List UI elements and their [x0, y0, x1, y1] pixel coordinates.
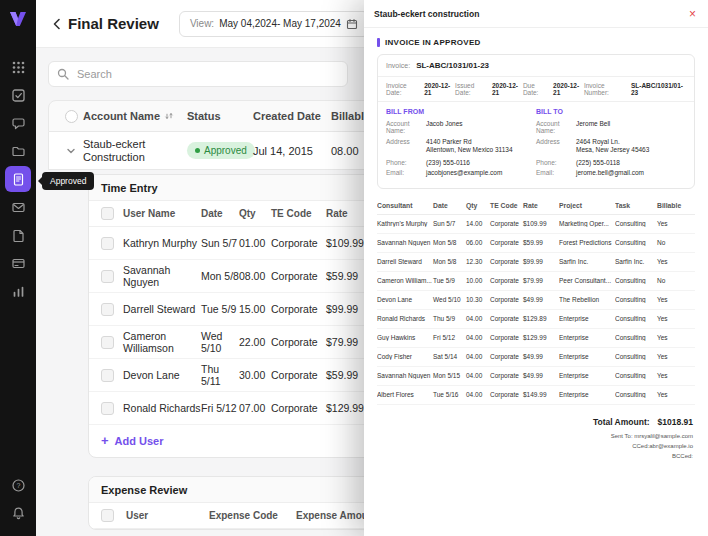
- consultant-row: Darrell StewardMon 5/812.30Corporate$99.…: [377, 253, 695, 272]
- accent-bar: [377, 38, 380, 47]
- view-date-range-selector[interactable]: View: May 04,2024- May 17,2024: [179, 11, 369, 37]
- sidebar-item-messages[interactable]: [5, 110, 31, 136]
- status-badge: Approved: [187, 142, 255, 159]
- column-expense-code[interactable]: Expense Code: [209, 510, 296, 521]
- time-entry-select-all-checkbox[interactable]: [101, 207, 114, 220]
- consultant-row: Devon LaneWed 5/1010.30Corporate$49.99Th…: [377, 291, 695, 310]
- sidebar-item-mail[interactable]: [5, 194, 31, 220]
- search-input[interactable]: [75, 67, 339, 81]
- column-te-code: TE Code: [490, 202, 523, 209]
- plus-icon: +: [101, 436, 109, 446]
- cell-qty: 04.00: [466, 372, 490, 379]
- search-bar[interactable]: [48, 61, 348, 87]
- cell-project: Marketing Oper...: [559, 220, 615, 227]
- cell-task: Consulting: [615, 372, 657, 379]
- column-account-name[interactable]: Account Name: [83, 110, 187, 122]
- view-value: May 04,2024- May 17,2024: [219, 18, 341, 29]
- cell-qty: 04.00: [466, 334, 490, 341]
- cell-task: Consulting: [615, 334, 657, 341]
- cell-user-name: Cameron Williamson: [123, 330, 201, 354]
- mail-icon: [11, 200, 26, 215]
- sidebar-item-help[interactable]: ?: [5, 472, 31, 498]
- bill-from-address: 4140 Parker RdAllentown, New Mexico 3113…: [426, 138, 513, 156]
- total-amount-label: Total Amount:: [593, 417, 650, 427]
- back-button[interactable]: [48, 15, 66, 33]
- help-icon: ?: [11, 478, 26, 493]
- consultant-row: Guy HawkinsFri 5/1204.00Corporate$129.99…: [377, 329, 695, 348]
- cell-qty: 12.30: [466, 258, 490, 265]
- sidebar-item-notifications[interactable]: [5, 500, 31, 526]
- cell-te-code: Corporate: [271, 270, 326, 282]
- column-created-date[interactable]: Created Date: [253, 110, 331, 122]
- cell-user-name: Savannah Nguyen: [123, 264, 201, 288]
- column-user-name[interactable]: User Name: [123, 208, 201, 220]
- expense-select-all-checkbox[interactable]: [101, 509, 114, 522]
- cell-project: The Rebellion: [559, 296, 615, 303]
- cell-qty: 04.00: [466, 353, 490, 360]
- column-date[interactable]: Date: [201, 208, 239, 220]
- cell-qty: 30.00: [239, 369, 271, 381]
- chevron-down-icon[interactable]: [65, 145, 77, 157]
- cell-qty: 22.00: [239, 336, 271, 348]
- sidebar-item-reports[interactable]: [5, 278, 31, 304]
- add-user-button[interactable]: + Add User: [89, 425, 176, 457]
- sidebar-item-files[interactable]: [5, 138, 31, 164]
- cell-date: Thu 5/9: [433, 315, 466, 322]
- invoice-review-icon: [11, 172, 26, 187]
- row-checkbox[interactable]: [101, 237, 114, 250]
- close-button[interactable]: ×: [687, 8, 698, 20]
- row-checkbox[interactable]: [101, 270, 114, 283]
- consultant-row: Cameron William...Tue 5/910.00Corporate$…: [377, 272, 695, 291]
- bill-to-heading: BILL TO: [536, 108, 686, 115]
- cell-date: Wed 5/10: [201, 330, 239, 354]
- column-task: Task: [615, 202, 657, 209]
- column-user[interactable]: User: [126, 510, 209, 521]
- total-amount: Total Amount: $1018.91: [379, 417, 693, 427]
- row-checkbox[interactable]: [101, 336, 114, 349]
- svg-text:?: ?: [16, 482, 20, 489]
- row-checkbox[interactable]: [101, 369, 114, 382]
- invoice-status-label: INVOICE IN APPROVED: [385, 38, 481, 47]
- search-icon: [57, 68, 69, 80]
- cell-te-code: Corporate: [490, 334, 523, 341]
- sort-icon[interactable]: [164, 111, 174, 121]
- column-qty[interactable]: Qty: [239, 208, 271, 219]
- sidebar-item-documents[interactable]: [5, 222, 31, 248]
- cell-user-name: Darrell Steward: [123, 303, 201, 315]
- cell-date: Mon 5/15: [433, 372, 466, 379]
- cell-project: Enterprise: [559, 315, 615, 322]
- created-date-value: Jul 14, 2015: [253, 145, 331, 157]
- bill-to-section: BILL TO Account Name:Jerome Bell Address…: [536, 108, 686, 180]
- bcced-line: BCCed:: [379, 451, 693, 461]
- cell-rate: $109.99: [523, 220, 559, 227]
- cell-billable: Yes: [657, 315, 695, 322]
- cell-te-code: Corporate: [490, 372, 523, 379]
- bill-from-email: jacobjones@example.com: [426, 169, 502, 176]
- cell-task: Consulting: [615, 353, 657, 360]
- cell-project: Enterprise: [559, 334, 615, 341]
- cell-billable: Yes: [657, 391, 695, 398]
- bill-to-phone: (225) 555-0118: [576, 159, 620, 166]
- credit-card-icon: [11, 256, 26, 271]
- column-status[interactable]: Status: [187, 110, 253, 122]
- cell-qty: 10.30: [466, 296, 490, 303]
- cell-date: Sat 5/14: [433, 353, 466, 360]
- cell-consultant: Albert Flores: [377, 391, 433, 398]
- sidebar-item-approvals[interactable]: [5, 166, 31, 192]
- sidebar-item-tasks[interactable]: [5, 82, 31, 108]
- column-te-code[interactable]: TE Code: [271, 208, 326, 219]
- row-checkbox[interactable]: [101, 402, 114, 415]
- select-all-radio[interactable]: [65, 110, 78, 123]
- row-checkbox[interactable]: [101, 303, 114, 316]
- cell-date: Mon 5/8: [433, 258, 466, 265]
- cell-rate: $79.99: [523, 277, 559, 284]
- cell-rate: $49.99: [523, 372, 559, 379]
- view-label: View:: [190, 18, 214, 29]
- bill-from-heading: BILL FROM: [386, 108, 536, 115]
- sidebar-item-apps[interactable]: [5, 54, 31, 80]
- app-logo[interactable]: [7, 8, 29, 30]
- cell-task: Consulting: [615, 277, 657, 284]
- sidebar-item-billing[interactable]: [5, 250, 31, 276]
- cell-consultant: Savannah Nguyen: [377, 239, 433, 246]
- status-dot: [195, 148, 200, 153]
